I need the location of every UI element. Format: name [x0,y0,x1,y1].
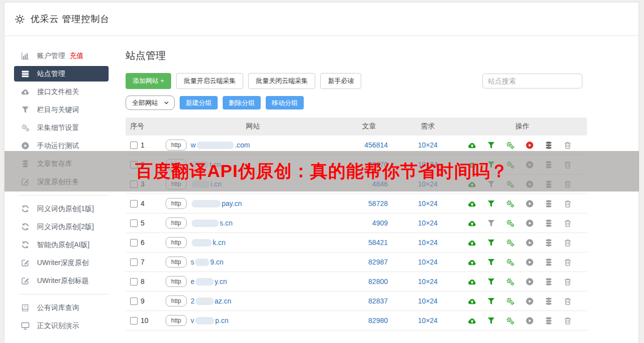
delete-group-button[interactable]: 删除分组 [223,96,261,110]
row-checkbox[interactable] [130,278,138,286]
http-badge[interactable]: http [166,296,187,306]
database-action-icon[interactable] [544,238,553,247]
http-badge[interactable]: http [166,276,187,287]
recharge-badge[interactable]: 充值 [70,52,84,60]
article-count-link[interactable]: 82987 [368,258,388,266]
site-domain-link[interactable]: ey.cn [191,278,227,286]
sidebar-item-uwriter-title[interactable]: UWriter原创标题 [14,273,109,288]
site-domain-link[interactable]: s.cn [191,219,233,227]
sidebar-item-sites[interactable]: 站点管理 [14,66,109,82]
sidebar-item-account[interactable]: 账户管理 充值 [14,48,109,64]
gears-action-icon[interactable] [506,316,514,325]
add-site-button[interactable]: 添加网站 + [126,73,171,89]
batch-open-cloud-collect-button[interactable]: 批量开启云端采集 [176,73,243,89]
play-action-icon[interactable] [525,278,534,286]
site-domain-link[interactable]: s9.cn [191,258,223,266]
trash-action-icon[interactable] [563,200,572,208]
sidebar-item-uwriter-deep[interactable]: UWriter深度原创 [14,255,109,270]
cloud-upload-action-icon[interactable] [468,278,476,286]
row-checkbox[interactable] [130,220,138,227]
cloud-upload-action-icon[interactable] [468,297,476,306]
play-action-icon[interactable] [525,316,534,325]
trash-action-icon[interactable] [563,258,572,266]
row-checkbox[interactable] [130,317,138,324]
sidebar-item-synonym-v1[interactable]: 同义词伪原创[1版] [14,201,109,216]
sidebar-item-ai-rewrite[interactable]: 智能伪原创[AI版] [14,237,109,252]
trash-action-icon[interactable] [563,238,572,247]
funnel-action-icon[interactable] [487,238,495,247]
cloud-upload-action-icon[interactable] [468,200,476,208]
site-domain-link[interactable]: vp.cn [191,316,228,324]
play-action-icon[interactable] [525,258,534,266]
funnel-action-icon[interactable] [487,278,495,286]
site-domain-link[interactable]: w.com [191,141,250,149]
move-group-button[interactable]: 移动分组 [266,96,304,110]
gears-action-icon[interactable] [506,297,514,306]
sidebar-item-lexicon-query[interactable]: 公有词库查询 [14,300,109,316]
http-badge[interactable]: http [166,256,187,268]
trash-action-icon[interactable] [563,316,572,325]
new-group-button[interactable]: 新建分组 [180,96,218,110]
http-badge[interactable]: http [166,315,187,326]
sidebar-item-columns-keywords[interactable]: 栏目与关键词 [14,102,109,118]
site-group-select[interactable]: 全部网站 [126,96,175,110]
gears-action-icon[interactable] [506,219,514,228]
funnel-action-icon[interactable] [487,297,495,306]
site-search-input[interactable] [482,74,582,88]
database-action-icon[interactable] [544,258,553,266]
play-action-icon[interactable] [525,219,534,228]
site-domain-link[interactable]: 2az.cn [191,297,231,305]
http-badge[interactable]: http [166,218,187,228]
gears-action-icon[interactable] [506,141,514,150]
database-action-icon[interactable] [544,316,553,325]
cloud-upload-action-icon[interactable] [468,141,476,150]
database-action-icon[interactable] [544,219,553,228]
trash-action-icon[interactable] [563,141,572,150]
article-count-link[interactable]: 82980 [368,316,388,324]
cloud-upload-action-icon[interactable] [468,238,476,247]
row-checkbox[interactable] [130,258,138,266]
article-count-link[interactable]: 4909 [372,219,388,227]
database-action-icon[interactable] [544,278,553,286]
cloud-upload-action-icon[interactable] [468,316,476,325]
row-checkbox[interactable] [130,239,138,246]
sidebar-item-interface-files[interactable]: 接口文件相关 [14,84,109,100]
http-badge[interactable]: http [166,198,187,209]
site-domain-link[interactable]: pay.cn [191,200,242,208]
gears-action-icon[interactable] [506,278,514,286]
sidebar-item-collect-settings[interactable]: 采集细节设置 [14,120,109,136]
funnel-action-icon[interactable] [487,219,495,228]
trash-action-icon[interactable] [563,219,572,228]
funnel-action-icon[interactable] [487,316,495,325]
gears-action-icon[interactable] [506,238,514,247]
row-checkbox[interactable] [130,142,138,149]
play-action-icon[interactable] [525,238,534,247]
site-domain-link[interactable]: k.cn [191,238,226,246]
article-count-link[interactable]: 456814 [364,141,388,149]
http-badge[interactable]: http [166,140,187,150]
row-checkbox[interactable] [130,200,138,208]
play-action-icon[interactable] [525,297,534,306]
funnel-action-icon[interactable] [487,141,495,150]
trash-action-icon[interactable] [563,297,572,306]
cloud-upload-action-icon[interactable] [468,258,476,266]
article-count-link[interactable]: 58421 [368,238,388,246]
cloud-upload-action-icon[interactable] [468,219,476,228]
http-badge[interactable]: http [166,237,187,248]
play-action-icon[interactable] [525,200,534,208]
article-count-link[interactable]: 82837 [368,297,388,305]
row-checkbox[interactable] [130,298,138,305]
trash-action-icon[interactable] [563,278,572,286]
sidebar-item-content-demo[interactable]: 正文识别演示 [14,318,109,334]
gears-action-icon[interactable] [506,200,514,208]
funnel-action-icon[interactable] [487,258,495,266]
newbie-guide-button[interactable]: 新手必读 [320,73,361,89]
gears-action-icon[interactable] [506,258,514,266]
database-action-icon[interactable] [544,141,553,150]
article-count-link[interactable]: 58728 [368,200,388,208]
database-action-icon[interactable] [544,200,553,208]
batch-close-cloud-collect-button[interactable]: 批量关闭云端采集 [248,73,315,89]
funnel-action-icon[interactable] [487,200,495,208]
article-count-link[interactable]: 82800 [368,278,388,286]
play-action-icon[interactable] [525,141,534,150]
